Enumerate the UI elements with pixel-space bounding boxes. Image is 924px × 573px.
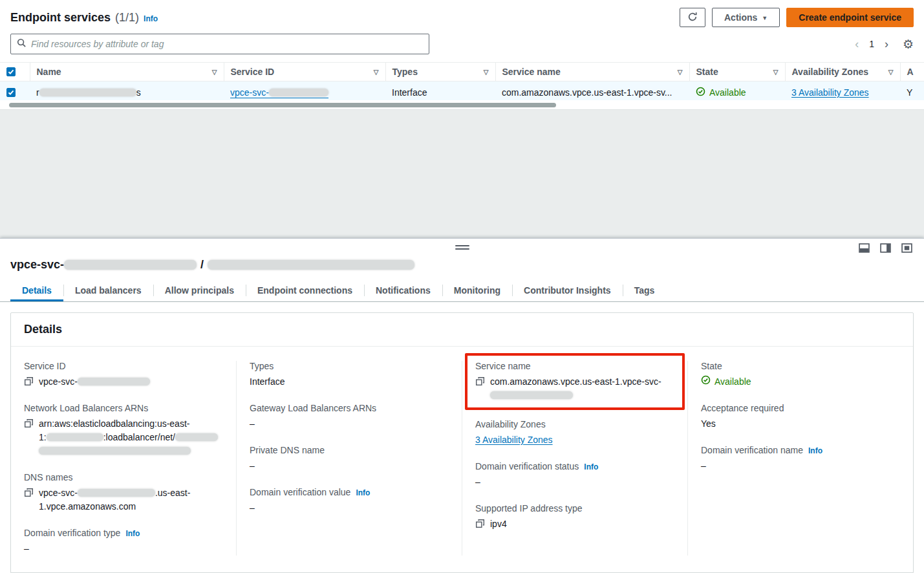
column-header-name[interactable]: Name▽ — [30, 63, 224, 81]
actions-button-label: Actions — [724, 12, 757, 23]
field-domain-verification-type: Domain verification type Info – — [24, 528, 223, 556]
details-card-body: Service ID vpce-svc- Network Load Balanc… — [11, 347, 913, 572]
next-page-button[interactable]: › — [885, 38, 888, 50]
field-value: Yes — [701, 417, 900, 431]
field-domain-verification-value: Domain verification value Info – — [250, 487, 449, 515]
panel-fullscreen-icon — [901, 245, 912, 255]
field-value: com.amazonaws.vpce.us-east-1.vpce-svc- — [490, 375, 661, 402]
row-name-prefix: r — [36, 87, 39, 98]
field-label: Acceptance required — [701, 403, 900, 413]
tab-monitoring[interactable]: Monitoring — [442, 279, 512, 301]
service-id-link[interactable]: vpce-svc- — [230, 87, 328, 98]
info-link[interactable]: Info — [356, 488, 370, 497]
tab-contributor-insights[interactable]: Contributor Insights — [512, 279, 623, 301]
field-availability-zones: Availability Zones 3 Availability Zones — [475, 419, 674, 447]
previous-page-button[interactable]: ‹ — [855, 38, 859, 50]
details-column-4: State Available Acceptance required — [687, 361, 913, 556]
endpoint-services-page: Endpoint services (1/1) Info Actions ▼ C… — [0, 0, 924, 573]
filter-icon[interactable]: ▽ — [484, 69, 489, 76]
tab-allow-principals[interactable]: Allow principals — [153, 279, 246, 301]
details-card-heading: Details — [11, 313, 913, 347]
field-label: Gateway Load Balancers ARNs — [250, 403, 449, 413]
search-input[interactable] — [31, 39, 423, 49]
column-header-service-name[interactable]: Service name▽ — [495, 63, 689, 81]
pagination: ‹ 1 › ⚙ — [855, 38, 914, 50]
chevron-left-icon: ‹ — [855, 38, 859, 50]
field-domain-verification-status: Domain verification status Info – — [475, 461, 674, 489]
availability-zones-link[interactable]: 3 Availability Zones — [475, 435, 553, 445]
column-label: A — [907, 67, 914, 77]
panel-position-side-button[interactable] — [880, 243, 891, 253]
copy-icon[interactable] — [475, 519, 485, 528]
preferences-button[interactable]: ⚙ — [903, 38, 914, 50]
column-header-state[interactable]: State▽ — [689, 63, 785, 81]
info-link[interactable]: Info — [125, 529, 140, 538]
field-value: – — [250, 459, 449, 473]
info-link[interactable]: Info — [808, 446, 822, 455]
details-card: Details Service ID vpce-svc- — [10, 312, 914, 573]
field-value: vpce-svc- — [39, 375, 150, 389]
copy-icon[interactable] — [475, 376, 485, 386]
check-circle-icon — [696, 87, 705, 98]
field-label: Private DNS name — [250, 445, 449, 455]
redacted-text — [47, 433, 103, 441]
copy-icon[interactable] — [24, 488, 34, 497]
field-service-name: Service name com.amazonaws.vpce.us-east-… — [475, 361, 674, 402]
availability-zones-link[interactable]: 3 Availability Zones — [791, 87, 869, 98]
create-endpoint-service-button[interactable]: Create endpoint service — [786, 8, 914, 27]
info-link[interactable]: Info — [584, 462, 598, 471]
row-state-cell: Available — [689, 81, 785, 100]
state-text: Available — [714, 375, 751, 389]
dns-line-1-prefix: vpce-svc- — [39, 488, 78, 498]
panel-fullscreen-button[interactable] — [901, 243, 912, 253]
copy-icon[interactable] — [24, 418, 34, 428]
dns-line-2: 1.vpce.amazonaws.com — [39, 501, 136, 512]
split-panel-drag-handle[interactable] — [455, 245, 469, 252]
caret-down-icon: ▼ — [762, 15, 768, 21]
service-id-prefix: vpce-svc- — [230, 87, 269, 98]
title-service-id-prefix: vpce-svc- — [10, 258, 64, 271]
column-header-availability-zones[interactable]: Availability Zones▽ — [785, 63, 900, 81]
panel-side-icon — [880, 245, 891, 255]
search-icon — [17, 38, 27, 50]
tab-load-balancers[interactable]: Load balancers — [63, 279, 153, 301]
redacted-text — [78, 489, 155, 497]
filter-icon[interactable]: ▽ — [374, 69, 379, 76]
row-name-suffix: s — [136, 87, 141, 98]
actions-button[interactable]: Actions ▼ — [712, 8, 780, 27]
field-label: State — [701, 361, 900, 371]
tab-endpoint-connections[interactable]: Endpoint connections — [246, 279, 364, 301]
details-column-1: Service ID vpce-svc- Network Load Balanc… — [11, 361, 236, 556]
horizontal-scrollbar-thumb[interactable] — [9, 103, 556, 107]
filter-icon[interactable]: ▽ — [678, 69, 683, 76]
content-background — [0, 109, 924, 238]
state-text: Available — [709, 87, 746, 98]
refresh-button[interactable] — [680, 8, 705, 27]
field-gateway-lb-arns: Gateway Load Balancers ARNs – — [250, 403, 449, 431]
filter-icon[interactable]: ▽ — [212, 69, 217, 76]
tab-notifications[interactable]: Notifications — [364, 279, 442, 301]
page-number-button[interactable]: 1 — [869, 39, 874, 49]
refresh-icon — [687, 12, 698, 24]
panel-bottom-icon — [859, 245, 870, 255]
column-header-acceptance[interactable]: A — [900, 63, 924, 81]
tab-tags[interactable]: Tags — [623, 279, 667, 301]
column-header-types[interactable]: Types▽ — [385, 63, 495, 81]
copy-icon[interactable] — [24, 376, 34, 386]
header-info-link[interactable]: Info — [144, 14, 158, 23]
field-label: Domain verification type — [24, 528, 120, 538]
select-all-checkbox[interactable] — [6, 67, 16, 76]
column-header-service-id[interactable]: Service ID▽ — [224, 63, 385, 81]
field-value: – — [24, 542, 223, 556]
filter-icon[interactable]: ▽ — [773, 69, 779, 76]
table-row[interactable]: rs vpce-svc- Interface com.amazonaws.vpc… — [0, 81, 924, 100]
panel-position-bottom-button[interactable] — [859, 243, 870, 253]
horizontal-scrollbar — [0, 100, 924, 110]
split-panel-bar — [0, 239, 924, 258]
row-select-cell — [0, 81, 30, 100]
tab-details[interactable]: Details — [10, 279, 63, 301]
row-checkbox[interactable] — [6, 88, 16, 97]
resource-count: (1/1) — [115, 11, 139, 25]
row-acceptance-cell: Y — [900, 81, 924, 100]
filter-icon[interactable]: ▽ — [888, 69, 894, 76]
